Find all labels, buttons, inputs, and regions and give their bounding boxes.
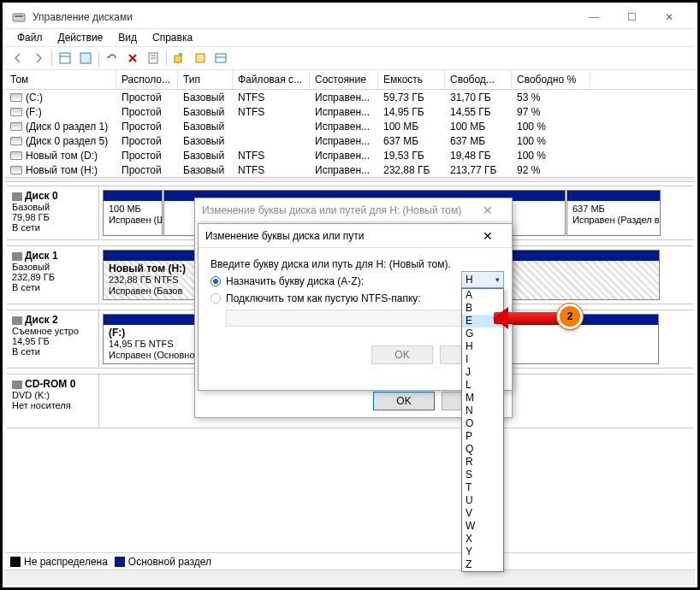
dropdown-item[interactable]: U [462,494,503,507]
col-status[interactable]: Состояние [310,70,378,89]
svg-rect-0 [13,14,25,21]
table-row[interactable]: (C:)ПростойБазовыйNTFSИсправен...59,73 Г… [5,90,695,104]
annotation-bubble: 2 [557,304,583,329]
table-row[interactable]: (Диск 0 раздел 1)ПростойБазовыйИсправен.… [5,119,695,133]
legend: Не распределена Основной раздел [5,552,695,569]
dropdown-item[interactable]: L [462,379,503,392]
col-volume[interactable]: Том [5,70,116,89]
dropdown-item[interactable]: G [462,327,503,340]
svg-rect-2 [60,53,70,63]
dropdown-item[interactable]: T [462,481,503,494]
forward-icon[interactable] [29,49,48,68]
drive-letter-dropdown[interactable]: ABEGHIJLMNOPQRSTUVWXYZ [461,288,504,572]
dropdown-item[interactable]: R [462,456,503,469]
dropdown-item[interactable]: X [462,533,503,546]
radio-icon [211,276,221,286]
legend-unallocated: Не распределена [10,556,108,568]
dropdown-item[interactable]: I [462,353,503,366]
dropdown-item[interactable]: S [462,469,503,481]
partition[interactable]: 100 МБИсправен (Ш [103,190,163,236]
drive-letter-combo[interactable]: H ▾ [461,271,504,288]
minimize-button[interactable]: — [575,5,613,29]
menu-file[interactable]: Файл [10,30,50,45]
close-button[interactable]: ✕ [650,5,688,29]
ok-button[interactable]: OK [371,345,433,364]
toolbar [5,46,695,70]
svg-rect-10 [196,54,205,62]
volume-icon [10,108,22,116]
volume-icon [10,122,22,131]
dropdown-item[interactable]: N [462,404,503,417]
col-fs[interactable]: Файловая с... [233,70,310,89]
table-row[interactable]: Новый том (D:)ПростойБазовыйNTFSИсправен… [5,148,695,162]
legend-primary: Основной раздел [115,556,211,568]
table-row[interactable]: (F:)ПростойБазовыйNTFSИсправен...14,95 Г… [5,104,695,119]
menu-help[interactable]: Справка [145,30,199,45]
radio-icon [211,293,221,304]
delete-icon[interactable] [123,49,142,68]
dropdown-item[interactable]: V [462,507,503,520]
table-row[interactable]: (Диск 0 раздел 5)ПростойБазовыйИсправен.… [5,133,695,148]
table-row[interactable]: Новый том (H:)ПростойБазовыйNTFSИсправен… [5,162,695,177]
radio-mount-folder[interactable]: Подключить том как пустую NTFS-папку: [211,292,500,304]
menu-action[interactable]: Действие [51,30,110,45]
toolbar-icon[interactable] [170,49,189,68]
col-freepct[interactable]: Свободно % [512,70,590,89]
volume-icon [10,137,22,145]
dropdown-item[interactable]: Z [462,558,503,571]
volume-icon [10,166,22,174]
dialog-title: Изменение буквы диска или путей для H: (… [202,204,471,216]
close-icon[interactable]: ✕ [471,204,505,217]
back-icon[interactable] [9,49,27,68]
annotation-arrow [494,312,559,324]
toolbar-icon[interactable] [191,49,210,68]
svg-rect-11 [216,54,226,62]
toolbar-icon[interactable] [56,49,74,68]
dropdown-item[interactable]: O [462,417,503,430]
dialog-title: Изменение буквы диска или пути [205,230,471,242]
dropdown-item[interactable]: J [462,366,503,379]
volume-icon [10,93,22,102]
svg-rect-1 [15,15,23,17]
col-free[interactable]: Свобод... [445,70,512,89]
dropdown-item[interactable]: A [462,289,503,302]
svg-rect-4 [80,53,91,63]
dropdown-item[interactable]: Y [462,546,503,558]
toolbar-icon[interactable] [211,49,230,68]
col-type[interactable]: Тип [178,70,233,89]
dropdown-item[interactable]: M [462,392,503,404]
ok-button[interactable]: OK [373,392,435,410]
dropdown-item[interactable]: W [462,520,503,533]
properties-icon[interactable] [144,49,163,68]
toolbar-icon[interactable] [76,49,95,68]
menubar: Файл Действие Вид Справка [5,29,695,46]
dialog-instruction: Введите букву диска или путь для H: (Нов… [211,258,500,270]
refresh-icon[interactable] [103,49,122,68]
col-layout[interactable]: Располо... [116,70,178,89]
dropdown-item[interactable]: P [462,430,503,443]
disk-icon [12,252,22,261]
dropdown-item[interactable]: H [462,340,503,353]
folder-path-input [226,310,474,327]
disk-icon [12,381,22,389]
disk-icon [12,316,22,325]
disk-icon [12,192,22,201]
maximize-button[interactable]: ☐ [613,5,650,29]
svg-rect-9 [179,53,182,56]
window-title: Управление дисками [33,11,575,23]
app-icon [12,10,26,24]
volume-grid-header: Том Располо... Тип Файловая с... Состоян… [5,70,695,90]
dropdown-item[interactable]: Q [462,443,503,456]
chevron-down-icon: ▾ [495,275,500,284]
partition[interactable]: 637 МБИсправен (Раздел в [567,190,661,236]
svg-rect-8 [175,56,181,62]
titlebar: Управление дисками — ☐ ✕ [5,5,695,29]
menu-view[interactable]: Вид [111,30,144,45]
radio-assign-letter[interactable]: Назначить букву диска (A-Z): [211,275,500,287]
col-capacity[interactable]: Емкость [378,70,445,89]
volume-grid[interactable]: (C:)ПростойБазовыйNTFSИсправен...59,73 Г… [5,90,695,177]
volume-icon [10,151,22,160]
statusbar [5,569,695,585]
close-icon[interactable]: ✕ [471,229,505,243]
